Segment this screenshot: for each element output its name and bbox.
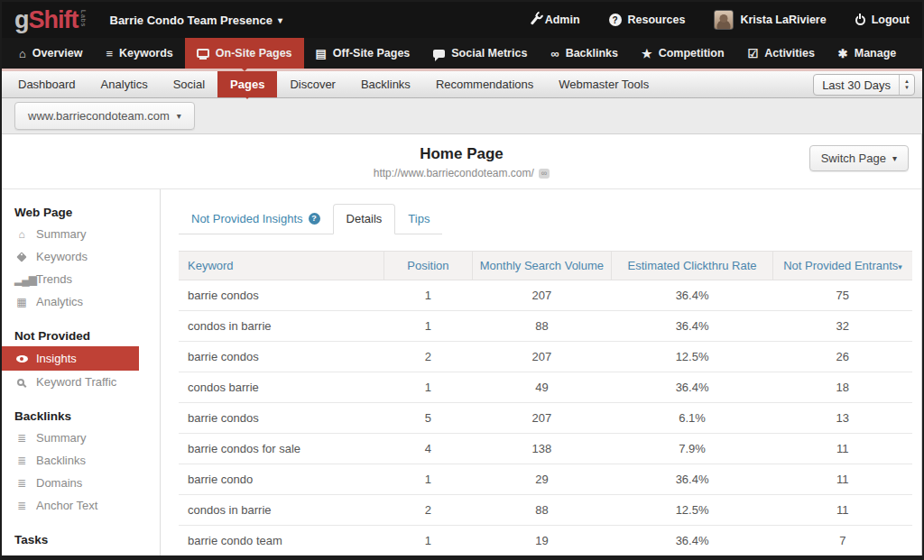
- sidebar-item-trends[interactable]: ▂▄▆Trends: [2, 268, 160, 290]
- date-range-select[interactable]: Last 30 Days ▲▼: [813, 74, 915, 96]
- sidebar-item-activities[interactable]: ☑Activities: [2, 550, 160, 555]
- cell-monthly-search-volume: 88: [472, 495, 611, 526]
- main-panel: Not Provided Insights ? Details Tips: [161, 189, 921, 555]
- sidebar-item-label: Anchor Text: [36, 499, 97, 512]
- cell-position: 4: [384, 434, 473, 464]
- account-switcher[interactable]: Barrie Condo Team Presence ▾: [110, 14, 282, 27]
- column-header-estimated-clickthru-rate[interactable]: Estimated Clickthru Rate: [612, 252, 773, 280]
- subnav-analytics[interactable]: Analytics: [88, 71, 161, 97]
- cell-estimated-clickthru-rate: 7.9%: [612, 434, 773, 464]
- switch-page-button[interactable]: Switch Page ▾: [809, 145, 909, 171]
- cell-not-provided-entrants: 11: [773, 434, 913, 464]
- nav-backlinks[interactable]: ∞ Backlinks: [539, 38, 630, 69]
- column-header-not-provided-entrants[interactable]: Not Provided Entrants▾: [773, 252, 913, 280]
- subnav-label: Backlinks: [361, 78, 411, 91]
- nav-social-metrics[interactable]: Social Metrics: [421, 38, 539, 69]
- table-row: condos in barrie 1 88 36.4% 32: [179, 311, 912, 342]
- nav-label: Overview: [32, 47, 83, 60]
- cell-keyword: condos in barrie: [179, 495, 384, 526]
- nav-competition[interactable]: ★ Competition: [630, 38, 736, 69]
- cell-position: 2: [384, 342, 473, 372]
- sidebar-item-label: Summary: [36, 227, 87, 241]
- sub-nav: Dashboard Analytics Social Pages Discove…: [2, 69, 922, 98]
- sidebar-section-tasks: Tasks ☑Activities ✱Optimizer: [2, 529, 160, 555]
- sidebar-item-anchor-text[interactable]: ≣Anchor Text: [2, 494, 160, 517]
- switch-page-label: Switch Page: [821, 151, 886, 165]
- sidebar-item-backlinks-summary[interactable]: ≣Summary: [2, 427, 160, 449]
- sidebar-item-keywords[interactable]: Keywords: [2, 245, 160, 268]
- sidebar-item-analytics[interactable]: ▦Analytics: [2, 290, 160, 313]
- subnav-webmaster-tools[interactable]: Webmaster Tools: [546, 71, 661, 97]
- page-url[interactable]: http://www.barriecondoteam.com/: [374, 167, 534, 179]
- sidebar-item-label: Keyword Traffic: [36, 375, 116, 389]
- sidebar-item-summary[interactable]: ⌂Summary: [2, 223, 160, 245]
- table-row: barrie condos 1 207 36.4% 75: [179, 280, 912, 311]
- column-header-position[interactable]: Position: [384, 252, 473, 280]
- subnav-label: Webmaster Tools: [559, 78, 649, 91]
- main-nav: ⌂ Overview ≡ Keywords On-Site Pages ▤ Of…: [2, 38, 922, 69]
- cell-keyword: barrie condos: [179, 403, 384, 434]
- sidebar-section-not-provided: Not Provided Insights Keyword Traffic: [2, 326, 160, 393]
- logo-shift: Shift: [29, 8, 79, 32]
- nav-keywords[interactable]: ≡ Keywords: [94, 38, 184, 69]
- sidebar-item-label: Analytics: [36, 295, 83, 308]
- sidebar-item-label: Trends: [36, 272, 72, 286]
- user-menu[interactable]: Krista LaRiviere: [714, 10, 826, 30]
- domain-bar: www.barriecondoteam.com ▾: [2, 98, 922, 134]
- tab-details[interactable]: Details: [333, 204, 396, 234]
- tab-label: Tips: [408, 212, 430, 225]
- cell-monthly-search-volume: 29: [472, 464, 611, 495]
- section-title: Backlinks: [2, 406, 160, 427]
- resources-link[interactable]: ? Resources: [609, 14, 686, 26]
- cell-estimated-clickthru-rate: 36.4%: [612, 464, 773, 495]
- home-icon: ⌂: [14, 229, 29, 240]
- nav-off-site-pages[interactable]: ▤ Off-Site Pages: [304, 38, 422, 69]
- list-icon: ≣: [14, 500, 29, 511]
- cell-not-provided-entrants: 13: [773, 403, 913, 434]
- nav-manage[interactable]: ✱ Manage: [827, 38, 908, 69]
- subnav-dashboard[interactable]: Dashboard: [5, 71, 88, 97]
- nav-label: Manage: [855, 47, 897, 60]
- tab-bar: Not Provided Insights ? Details Tips: [179, 204, 442, 234]
- sidebar-section-backlinks: Backlinks ≣Summary ≣Backlinks ≣Domains ≣…: [2, 406, 160, 517]
- tab-not-provided-insights[interactable]: Not Provided Insights ?: [179, 204, 333, 234]
- sidebar-item-backlinks[interactable]: ≣Backlinks: [2, 449, 160, 472]
- cell-keyword: barrie condo: [179, 464, 384, 495]
- cell-monthly-search-volume: 207: [472, 280, 611, 311]
- subnav-backlinks[interactable]: Backlinks: [348, 71, 423, 97]
- nav-overview[interactable]: ⌂ Overview: [7, 38, 94, 69]
- subnav-social[interactable]: Social: [161, 71, 217, 97]
- cell-estimated-clickthru-rate: 36.4%: [612, 526, 773, 556]
- sort-desc-icon: ▾: [898, 262, 902, 271]
- sidebar-item-label: Activities: [36, 555, 82, 555]
- nav-activities[interactable]: ☑ Activities: [736, 38, 827, 69]
- external-link-icon[interactable]: ∞: [539, 169, 550, 179]
- subnav-label: Social: [173, 78, 205, 91]
- cell-monthly-search-volume: 138: [472, 434, 611, 464]
- nav-on-site-pages[interactable]: On-Site Pages: [185, 38, 304, 69]
- column-header-monthly-search-volume[interactable]: Monthly Search Volume: [472, 252, 611, 280]
- cell-keyword: barrie condos: [179, 342, 384, 372]
- subnav-discover[interactable]: Discover: [277, 71, 348, 97]
- column-header-keyword[interactable]: Keyword: [179, 252, 384, 280]
- logout-link[interactable]: Logout: [855, 14, 910, 26]
- admin-link[interactable]: Admin: [531, 14, 580, 26]
- cell-position: 5: [384, 403, 473, 434]
- section-title: Web Page: [2, 202, 160, 223]
- nav-label: Competition: [659, 47, 725, 60]
- sidebar-item-label: Insights: [36, 352, 77, 365]
- section-title: Not Provided: [2, 326, 160, 346]
- cell-monthly-search-volume: 207: [472, 403, 611, 434]
- sidebar-item-domains[interactable]: ≣Domains: [2, 472, 160, 494]
- subnav-recommendations[interactable]: Recommendations: [423, 71, 546, 97]
- gshift-logo[interactable]: gShiftLabs: [14, 8, 87, 32]
- table-header-row: Keyword Position Monthly Search Volume E…: [179, 252, 912, 280]
- body-row: Web Page ⌂Summary Keywords ▂▄▆Trends ▦An…: [2, 189, 921, 555]
- sidebar-item-insights[interactable]: Insights: [2, 346, 139, 371]
- help-icon[interactable]: ?: [309, 213, 320, 225]
- nav-label: On-Site Pages: [216, 47, 292, 60]
- sidebar-item-keyword-traffic[interactable]: Keyword Traffic: [2, 371, 160, 393]
- domain-selector[interactable]: www.barriecondoteam.com ▾: [14, 102, 195, 130]
- subnav-label: Dashboard: [18, 78, 76, 91]
- tab-tips[interactable]: Tips: [395, 204, 442, 234]
